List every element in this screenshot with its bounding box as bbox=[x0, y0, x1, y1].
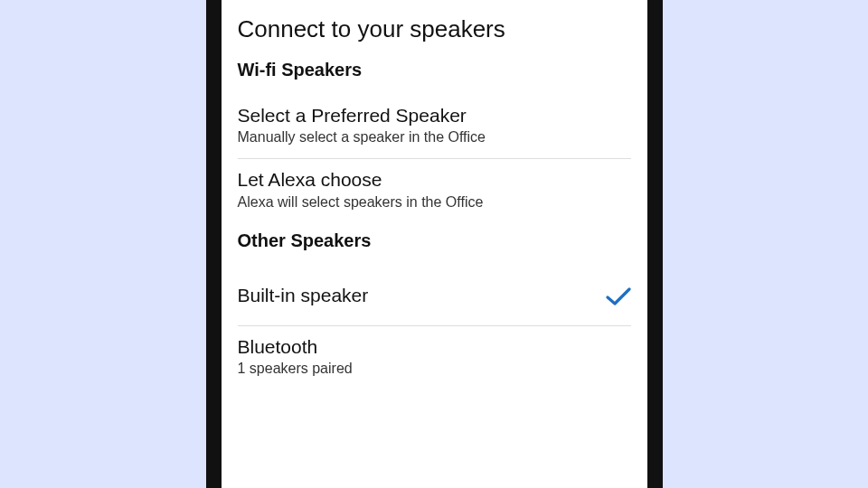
page-title: Connect to your speakers bbox=[238, 15, 631, 43]
row-title: Select a Preferred Speaker bbox=[238, 104, 631, 127]
section-label-other: Other Speakers bbox=[238, 230, 631, 251]
device-frame: Connect to your speakers Wi-fi Speakers … bbox=[206, 0, 663, 488]
row-preferred-speaker[interactable]: Select a Preferred Speaker Manually sele… bbox=[238, 95, 631, 158]
row-text: Select a Preferred Speaker Manually sele… bbox=[238, 104, 631, 145]
section-label-wifi: Wi-fi Speakers bbox=[238, 60, 631, 80]
row-text: Let Alexa choose Alexa will select speak… bbox=[238, 168, 631, 210]
row-bluetooth[interactable]: Bluetooth 1 speakers paired bbox=[238, 326, 631, 389]
row-title: Bluetooth bbox=[238, 335, 631, 359]
row-title: Built-in speaker bbox=[238, 284, 595, 307]
row-subtitle: Alexa will select speakers in the Office bbox=[238, 194, 631, 211]
row-let-alexa-choose[interactable]: Let Alexa choose Alexa will select speak… bbox=[238, 159, 631, 222]
row-built-in-speaker[interactable]: Built-in speaker bbox=[238, 266, 631, 325]
screen: Connect to your speakers Wi-fi Speakers … bbox=[222, 0, 647, 488]
checkmark-icon bbox=[606, 286, 631, 306]
row-subtitle: Manually select a speaker in the Office bbox=[238, 129, 631, 145]
row-text: Bluetooth 1 speakers paired bbox=[238, 335, 631, 377]
row-title: Let Alexa choose bbox=[238, 168, 631, 192]
row-subtitle: 1 speakers paired bbox=[238, 361, 631, 377]
row-text: Built-in speaker bbox=[238, 284, 595, 307]
